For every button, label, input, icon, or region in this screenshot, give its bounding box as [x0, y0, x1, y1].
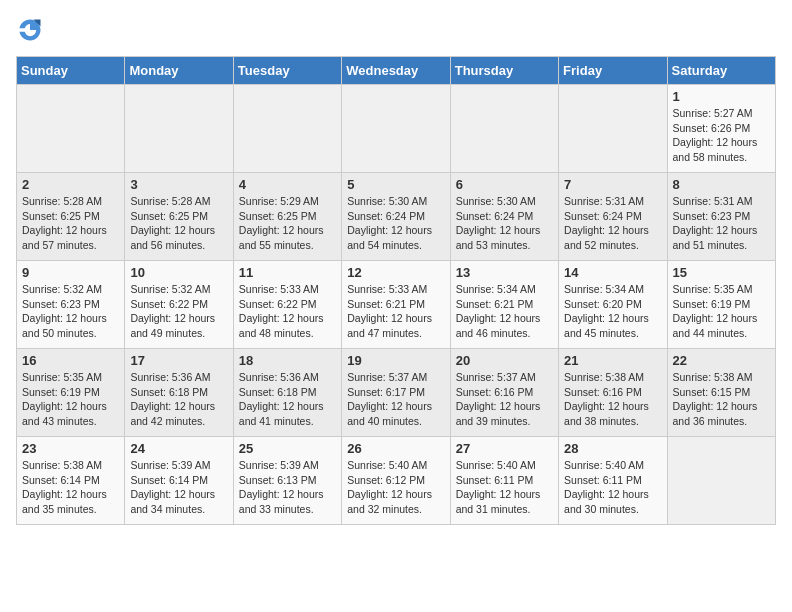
day-number: 15: [673, 265, 770, 280]
day-info: Sunrise: 5:35 AM Sunset: 6:19 PM Dayligh…: [22, 370, 119, 429]
calendar-day-cell: 25Sunrise: 5:39 AM Sunset: 6:13 PM Dayli…: [233, 437, 341, 525]
day-number: 7: [564, 177, 661, 192]
day-number: 10: [130, 265, 227, 280]
calendar-week-row: 16Sunrise: 5:35 AM Sunset: 6:19 PM Dayli…: [17, 349, 776, 437]
day-of-week-header: Thursday: [450, 57, 558, 85]
calendar-week-row: 2Sunrise: 5:28 AM Sunset: 6:25 PM Daylig…: [17, 173, 776, 261]
day-of-week-header: Sunday: [17, 57, 125, 85]
calendar-day-cell: 27Sunrise: 5:40 AM Sunset: 6:11 PM Dayli…: [450, 437, 558, 525]
day-info: Sunrise: 5:34 AM Sunset: 6:21 PM Dayligh…: [456, 282, 553, 341]
calendar-day-cell: 20Sunrise: 5:37 AM Sunset: 6:16 PM Dayli…: [450, 349, 558, 437]
calendar-day-cell: 12Sunrise: 5:33 AM Sunset: 6:21 PM Dayli…: [342, 261, 450, 349]
day-of-week-header: Tuesday: [233, 57, 341, 85]
day-info: Sunrise: 5:38 AM Sunset: 6:15 PM Dayligh…: [673, 370, 770, 429]
day-info: Sunrise: 5:36 AM Sunset: 6:18 PM Dayligh…: [130, 370, 227, 429]
calendar-day-cell: 7Sunrise: 5:31 AM Sunset: 6:24 PM Daylig…: [559, 173, 667, 261]
calendar-week-row: 1Sunrise: 5:27 AM Sunset: 6:26 PM Daylig…: [17, 85, 776, 173]
day-number: 2: [22, 177, 119, 192]
day-info: Sunrise: 5:39 AM Sunset: 6:14 PM Dayligh…: [130, 458, 227, 517]
day-info: Sunrise: 5:34 AM Sunset: 6:20 PM Dayligh…: [564, 282, 661, 341]
day-number: 3: [130, 177, 227, 192]
day-info: Sunrise: 5:36 AM Sunset: 6:18 PM Dayligh…: [239, 370, 336, 429]
day-info: Sunrise: 5:28 AM Sunset: 6:25 PM Dayligh…: [130, 194, 227, 253]
calendar-week-row: 9Sunrise: 5:32 AM Sunset: 6:23 PM Daylig…: [17, 261, 776, 349]
day-number: 18: [239, 353, 336, 368]
calendar-day-cell: 3Sunrise: 5:28 AM Sunset: 6:25 PM Daylig…: [125, 173, 233, 261]
calendar-day-cell: 23Sunrise: 5:38 AM Sunset: 6:14 PM Dayli…: [17, 437, 125, 525]
day-number: 23: [22, 441, 119, 456]
day-number: 8: [673, 177, 770, 192]
calendar-day-cell: 21Sunrise: 5:38 AM Sunset: 6:16 PM Dayli…: [559, 349, 667, 437]
day-info: Sunrise: 5:38 AM Sunset: 6:16 PM Dayligh…: [564, 370, 661, 429]
calendar-day-cell: [667, 437, 775, 525]
day-number: 16: [22, 353, 119, 368]
day-info: Sunrise: 5:37 AM Sunset: 6:17 PM Dayligh…: [347, 370, 444, 429]
day-info: Sunrise: 5:40 AM Sunset: 6:11 PM Dayligh…: [456, 458, 553, 517]
day-info: Sunrise: 5:38 AM Sunset: 6:14 PM Dayligh…: [22, 458, 119, 517]
logo-icon: [16, 16, 44, 44]
day-number: 14: [564, 265, 661, 280]
day-info: Sunrise: 5:35 AM Sunset: 6:19 PM Dayligh…: [673, 282, 770, 341]
day-info: Sunrise: 5:30 AM Sunset: 6:24 PM Dayligh…: [347, 194, 444, 253]
day-number: 26: [347, 441, 444, 456]
day-number: 13: [456, 265, 553, 280]
day-number: 5: [347, 177, 444, 192]
calendar-day-cell: 9Sunrise: 5:32 AM Sunset: 6:23 PM Daylig…: [17, 261, 125, 349]
day-number: 4: [239, 177, 336, 192]
calendar-day-cell: 19Sunrise: 5:37 AM Sunset: 6:17 PM Dayli…: [342, 349, 450, 437]
calendar-day-cell: 18Sunrise: 5:36 AM Sunset: 6:18 PM Dayli…: [233, 349, 341, 437]
calendar-day-cell: 22Sunrise: 5:38 AM Sunset: 6:15 PM Dayli…: [667, 349, 775, 437]
logo: [16, 16, 46, 44]
day-number: 9: [22, 265, 119, 280]
calendar-day-cell: 2Sunrise: 5:28 AM Sunset: 6:25 PM Daylig…: [17, 173, 125, 261]
day-number: 11: [239, 265, 336, 280]
day-of-week-header: Saturday: [667, 57, 775, 85]
calendar-day-cell: [233, 85, 341, 173]
calendar-day-cell: 1Sunrise: 5:27 AM Sunset: 6:26 PM Daylig…: [667, 85, 775, 173]
calendar-day-cell: [559, 85, 667, 173]
calendar-day-cell: 10Sunrise: 5:32 AM Sunset: 6:22 PM Dayli…: [125, 261, 233, 349]
calendar-day-cell: [342, 85, 450, 173]
day-info: Sunrise: 5:33 AM Sunset: 6:21 PM Dayligh…: [347, 282, 444, 341]
day-number: 21: [564, 353, 661, 368]
calendar-day-cell: [125, 85, 233, 173]
day-info: Sunrise: 5:32 AM Sunset: 6:22 PM Dayligh…: [130, 282, 227, 341]
day-info: Sunrise: 5:31 AM Sunset: 6:23 PM Dayligh…: [673, 194, 770, 253]
calendar-day-cell: 28Sunrise: 5:40 AM Sunset: 6:11 PM Dayli…: [559, 437, 667, 525]
calendar-day-cell: 6Sunrise: 5:30 AM Sunset: 6:24 PM Daylig…: [450, 173, 558, 261]
day-of-week-header: Friday: [559, 57, 667, 85]
day-info: Sunrise: 5:33 AM Sunset: 6:22 PM Dayligh…: [239, 282, 336, 341]
day-number: 24: [130, 441, 227, 456]
calendar-day-cell: 26Sunrise: 5:40 AM Sunset: 6:12 PM Dayli…: [342, 437, 450, 525]
calendar-day-cell: [17, 85, 125, 173]
calendar-week-row: 23Sunrise: 5:38 AM Sunset: 6:14 PM Dayli…: [17, 437, 776, 525]
day-info: Sunrise: 5:37 AM Sunset: 6:16 PM Dayligh…: [456, 370, 553, 429]
calendar-day-cell: 13Sunrise: 5:34 AM Sunset: 6:21 PM Dayli…: [450, 261, 558, 349]
day-number: 19: [347, 353, 444, 368]
calendar-day-cell: 17Sunrise: 5:36 AM Sunset: 6:18 PM Dayli…: [125, 349, 233, 437]
calendar-day-cell: 24Sunrise: 5:39 AM Sunset: 6:14 PM Dayli…: [125, 437, 233, 525]
calendar-table: SundayMondayTuesdayWednesdayThursdayFrid…: [16, 56, 776, 525]
day-info: Sunrise: 5:27 AM Sunset: 6:26 PM Dayligh…: [673, 106, 770, 165]
day-info: Sunrise: 5:40 AM Sunset: 6:12 PM Dayligh…: [347, 458, 444, 517]
calendar-day-cell: 15Sunrise: 5:35 AM Sunset: 6:19 PM Dayli…: [667, 261, 775, 349]
day-of-week-header: Monday: [125, 57, 233, 85]
calendar-day-cell: 5Sunrise: 5:30 AM Sunset: 6:24 PM Daylig…: [342, 173, 450, 261]
calendar-day-cell: [450, 85, 558, 173]
day-info: Sunrise: 5:31 AM Sunset: 6:24 PM Dayligh…: [564, 194, 661, 253]
calendar-day-cell: 14Sunrise: 5:34 AM Sunset: 6:20 PM Dayli…: [559, 261, 667, 349]
day-number: 17: [130, 353, 227, 368]
day-info: Sunrise: 5:39 AM Sunset: 6:13 PM Dayligh…: [239, 458, 336, 517]
calendar-header-row: SundayMondayTuesdayWednesdayThursdayFrid…: [17, 57, 776, 85]
day-of-week-header: Wednesday: [342, 57, 450, 85]
day-info: Sunrise: 5:32 AM Sunset: 6:23 PM Dayligh…: [22, 282, 119, 341]
day-info: Sunrise: 5:29 AM Sunset: 6:25 PM Dayligh…: [239, 194, 336, 253]
day-number: 12: [347, 265, 444, 280]
page-header: [16, 16, 776, 44]
calendar-day-cell: 16Sunrise: 5:35 AM Sunset: 6:19 PM Dayli…: [17, 349, 125, 437]
day-number: 20: [456, 353, 553, 368]
day-info: Sunrise: 5:40 AM Sunset: 6:11 PM Dayligh…: [564, 458, 661, 517]
day-number: 28: [564, 441, 661, 456]
day-number: 27: [456, 441, 553, 456]
day-info: Sunrise: 5:28 AM Sunset: 6:25 PM Dayligh…: [22, 194, 119, 253]
